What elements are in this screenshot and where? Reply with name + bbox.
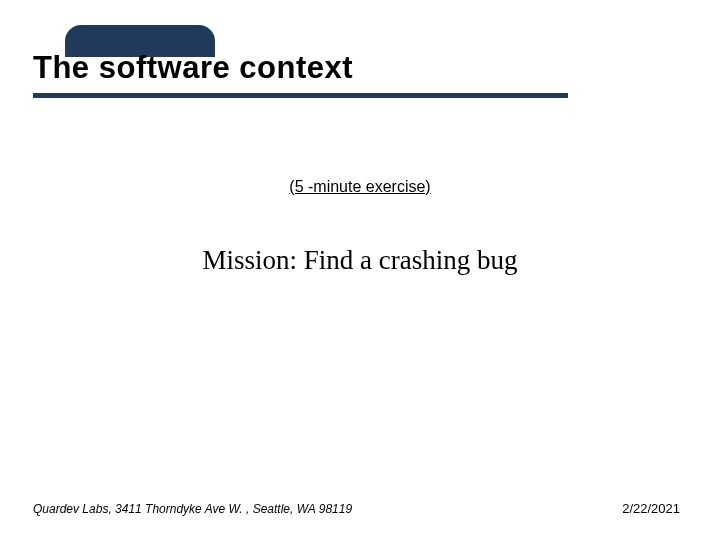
footer-date: 2/22/2021 bbox=[622, 501, 680, 516]
slide: The software context (5 -minute exercise… bbox=[0, 0, 720, 540]
title-rule bbox=[33, 93, 568, 98]
slide-subtitle: (5 -minute exercise) bbox=[0, 178, 720, 196]
mission-text: Mission: Find a crashing bug bbox=[0, 245, 720, 276]
footer-address: Quardev Labs, 3411 Thorndyke Ave W. , Se… bbox=[33, 502, 352, 516]
slide-title: The software context bbox=[33, 50, 353, 86]
